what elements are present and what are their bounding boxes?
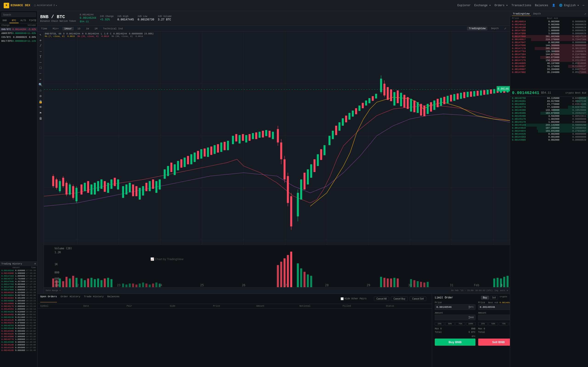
tab-bnb[interactable]: BNB [0,18,9,23]
ask-item[interactable]: 0.00146887 76.174000 0.11200247 [510,65,588,68]
bid-item[interactable]: 0.00144426 0.002000 0.00000000 [510,133,588,135]
ask-item[interactable]: 0.00147096 144.360000 0.00000000 [510,44,588,47]
pair-item-cosbtc[interactable]: COS/BTC 0.00000029 0.00% [0,35,37,39]
nav-account[interactable]: 👤 [552,4,555,7]
ob-tab-tradingview[interactable]: TradingView [512,12,531,16]
tab-btc[interactable]: BTC [9,18,19,23]
chart-auto[interactable]: auto [500,290,505,292]
buy-pct-25[interactable]: 25% [435,322,444,326]
chart-log[interactable]: log [494,290,498,292]
ask-item[interactable]: 0.00147083 183.873000 0.00043001 [510,56,588,59]
cancel-all-button[interactable]: Cancel All [374,297,389,301]
nav-balances[interactable]: Balances [535,4,548,7]
tool-settings[interactable]: ⚙ [40,94,41,98]
buy-pct-50[interactable]: 50% [445,322,455,326]
ask-item[interactable]: 0.00147178 205.039000 0.30131862 [510,47,588,50]
logo[interactable]: B BINANCE DEX [4,3,30,8]
sell-pct-25[interactable]: 25% [478,322,488,326]
tab-trade-history[interactable]: Trade History [84,295,104,302]
search-input[interactable] [1,12,36,17]
bid-item[interactable]: 0.00146770 77.328000 0.02976991 [510,106,588,109]
ask-item[interactable]: 0.00148108 1.000000 0.00000029 [510,26,588,29]
tab-alts[interactable]: ALTS [19,18,28,23]
bid-item[interactable]: 0.00145104 244.142000 0.50000290 [510,124,588,127]
ask-item[interactable]: 0.00148413 0.002000 0.00000029 [510,23,588,26]
bid-item[interactable]: 0.00144844 193.041000 0.27932067 [510,130,588,133]
chart-settings-icon[interactable]: ⚙ [507,289,508,292]
bid-item[interactable]: 0.00145178 1.002000 0.00000000 [510,121,588,124]
nav-explorer[interactable]: Explorer [457,4,471,7]
bid-item[interactable]: 0.00146386 183.079000 0.26462427 [510,112,588,115]
bid-item[interactable]: 0.00145466 3.592000 0.00522811 [510,115,588,118]
ask-item[interactable]: 0.00147384 144.875000 0.21478984 [510,53,588,56]
tab-1w[interactable]: 1W [84,27,91,31]
sell-pct-50[interactable]: 50% [489,322,498,326]
pair-item-ankrbtc[interactable]: ANKR/BTC 0.00000048 +11.63% [0,31,37,35]
buy-toggle[interactable]: Buy [481,296,489,300]
sell-price-input[interactable] [480,306,512,309]
ob-icon-expand[interactable]: ⤢ [584,13,586,15]
ask-item[interactable]: 0.00147098 291.802000 0.43247126 [510,35,588,38]
tool-cursor[interactable]: ↖ [40,33,41,36]
ask-item[interactable]: 0.00146817 219.270000 0.72447309 [510,38,588,41]
cancel-buy-button[interactable]: Cancel Buy [391,297,408,301]
tool-ray[interactable]: → [40,50,41,53]
pair-item-boltbtc[interactable]: BOLT/BTC 0.00000010 +11.11% [0,39,37,43]
ask-item[interactable]: 0.00147002 35.244000 0.05171993 [510,71,588,74]
bid-item[interactable]: 0.00146054 24.773000 0.03619166 [510,103,588,106]
tab-open-orders[interactable]: Open Orders [40,295,57,302]
chart-expand-icon[interactable]: ⤢ [502,27,508,31]
buy-bnb-button[interactable]: Buy BNB [435,339,476,346]
tool-measure[interactable]: ↔ [40,60,41,64]
buy-pct-100[interactable]: 100% [466,322,476,326]
nav-more[interactable]: ⋯ [583,4,584,7]
tool-lock[interactable]: 🔒 [39,100,43,104]
nav-language[interactable]: 🌐 English ▾ [559,4,579,7]
tab-balances[interactable]: Balances [107,295,120,302]
tool-shapes[interactable]: □ [40,66,41,70]
sort-volume[interactable]: Volume [27,24,36,27]
tab-1d[interactable]: 1D [76,27,82,31]
network-chevron[interactable]: ▾ [56,4,57,7]
bid-item[interactable]: 0.00145179 1.002000 0.00000000 [510,118,588,121]
tab-order-history[interactable]: Order History [61,295,80,302]
tool-home[interactable]: ⌂ [40,89,41,92]
nav-exchange[interactable]: Exchange ▾ [474,4,491,7]
tool-zoom[interactable]: 🔍 [39,83,43,87]
bid-item[interactable]: 0.00146750 34.115000 0.04999585 [510,97,588,100]
bid-item[interactable]: 0.00146388 133.480000 0.19526000 [510,109,588,112]
tab-1hour[interactable]: 1Hour [62,27,74,31]
hide-pairs-checkbox[interactable] [341,297,344,300]
tab-time[interactable]: Time [39,27,49,31]
ask-item[interactable]: 0.00147047 0.001000 0.00000000 [510,41,588,44]
trading-history-filter-icon[interactable]: ≡ [35,263,36,265]
ask-item[interactable]: 0.00147808 1.000000 0.00000029 [510,32,588,35]
tool-eye[interactable]: 👁 [39,106,42,109]
tab-depth[interactable]: Depth [489,27,501,31]
price-chart[interactable]: 0.00146 [44,32,510,294]
cancel-sell-button[interactable]: Cancel Sell [409,297,426,301]
ask-item[interactable]: 0.00147950 1.000000 0.00000029 [510,29,588,32]
bid-item[interactable]: 0.00144910 197.298000 0.28590453 [510,127,588,130]
ask-item[interactable]: 0.00148614 0.002000 0.00000029 [510,20,588,23]
tab-1m[interactable]: 1M [93,27,99,31]
nav-orders[interactable]: Orders ▾ [494,4,508,7]
chart-date-range[interactable]: Date Range ▾ [46,289,61,292]
tool-crosshair[interactable]: ✛ [40,38,41,42]
tab-tradingview[interactable]: TradingView [467,27,487,31]
sort-change[interactable]: Change [1,24,10,27]
bid-item[interactable]: 0.00143565 0.002000 0.00000029 [510,139,588,142]
tab-technical[interactable]: Technical Ind [101,27,124,31]
nav-transactions[interactable]: Transactions [511,4,531,7]
tool-pencil[interactable]: ✏ [40,77,41,81]
network-name[interactable]: Accelerated 2 [37,4,55,7]
tool-flag[interactable]: ⚑ [40,111,41,115]
tool-trash[interactable]: 🗑 [39,117,42,120]
ask-item[interactable]: 0.00147764 128.389000 0.18968876 [510,50,588,53]
ob-tab-depth[interactable]: Depth [532,12,542,16]
tool-line[interactable]: / [40,44,41,48]
buy-amount-input[interactable] [436,316,468,319]
pair-item-bnbbtc[interactable]: BNB/BTC 0.00144264 -5.92% [0,27,37,31]
ask-item[interactable]: 0.00147176 150.230000 0.22115642 [510,59,588,62]
bid-item[interactable]: 0.00146291 43.917000 0.06427148 [510,100,588,103]
